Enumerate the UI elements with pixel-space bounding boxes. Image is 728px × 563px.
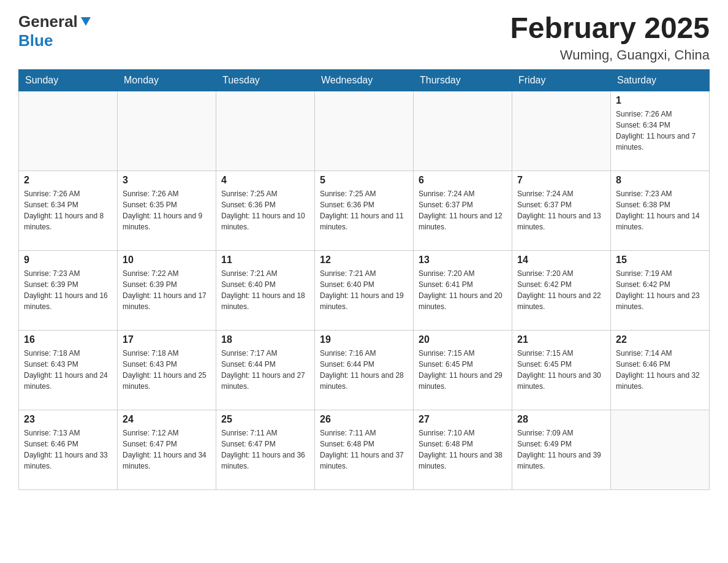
day-info: Sunrise: 7:23 AMSunset: 6:38 PMDaylight:… bbox=[616, 188, 704, 232]
day-info: Sunrise: 7:23 AMSunset: 6:39 PMDaylight:… bbox=[24, 268, 112, 312]
calendar-cell bbox=[118, 91, 216, 170]
calendar-cell: 14Sunrise: 7:20 AMSunset: 6:42 PMDayligh… bbox=[512, 250, 611, 330]
calendar-cell: 6Sunrise: 7:24 AMSunset: 6:37 PMDaylight… bbox=[414, 170, 512, 250]
day-number: 3 bbox=[123, 175, 211, 186]
calendar-cell bbox=[315, 91, 414, 170]
calendar-week-row: 9Sunrise: 7:23 AMSunset: 6:39 PMDaylight… bbox=[19, 250, 710, 330]
logo-general-text: General bbox=[18, 12, 78, 31]
calendar-cell: 21Sunrise: 7:15 AMSunset: 6:45 PMDayligh… bbox=[512, 330, 611, 410]
day-info: Sunrise: 7:19 AMSunset: 6:42 PMDaylight:… bbox=[616, 268, 704, 312]
calendar-cell bbox=[19, 91, 118, 170]
day-info: Sunrise: 7:24 AMSunset: 6:37 PMDaylight:… bbox=[517, 188, 605, 232]
day-number: 12 bbox=[320, 255, 408, 266]
day-number: 10 bbox=[123, 255, 211, 266]
calendar-cell bbox=[512, 91, 611, 170]
calendar-cell: 13Sunrise: 7:20 AMSunset: 6:41 PMDayligh… bbox=[414, 250, 512, 330]
day-info: Sunrise: 7:14 AMSunset: 6:46 PMDaylight:… bbox=[616, 348, 704, 392]
day-number: 1 bbox=[616, 95, 704, 106]
location-title: Wuming, Guangxi, China bbox=[510, 47, 710, 63]
calendar-cell bbox=[611, 410, 710, 489]
day-info: Sunrise: 7:13 AMSunset: 6:46 PMDaylight:… bbox=[24, 427, 112, 472]
calendar-cell: 28Sunrise: 7:09 AMSunset: 6:49 PMDayligh… bbox=[512, 410, 611, 489]
day-number: 14 bbox=[517, 255, 605, 266]
calendar-cell: 1Sunrise: 7:26 AMSunset: 6:34 PMDaylight… bbox=[611, 91, 710, 170]
calendar-cell: 20Sunrise: 7:15 AMSunset: 6:45 PMDayligh… bbox=[414, 330, 512, 410]
day-number: 16 bbox=[24, 334, 112, 345]
day-info: Sunrise: 7:15 AMSunset: 6:45 PMDaylight:… bbox=[517, 348, 605, 392]
calendar-cell: 10Sunrise: 7:22 AMSunset: 6:39 PMDayligh… bbox=[118, 250, 216, 330]
day-number: 27 bbox=[419, 414, 507, 425]
calendar-week-row: 2Sunrise: 7:26 AMSunset: 6:34 PMDaylight… bbox=[19, 170, 710, 250]
calendar-week-row: 23Sunrise: 7:13 AMSunset: 6:46 PMDayligh… bbox=[19, 410, 710, 489]
calendar-cell: 8Sunrise: 7:23 AMSunset: 6:38 PMDaylight… bbox=[611, 170, 710, 250]
day-info: Sunrise: 7:20 AMSunset: 6:41 PMDaylight:… bbox=[419, 268, 507, 312]
day-number: 4 bbox=[221, 175, 309, 186]
day-info: Sunrise: 7:21 AMSunset: 6:40 PMDaylight:… bbox=[221, 268, 309, 312]
day-number: 13 bbox=[419, 255, 507, 266]
day-number: 11 bbox=[221, 255, 309, 266]
calendar-cell: 4Sunrise: 7:25 AMSunset: 6:36 PMDaylight… bbox=[216, 170, 315, 250]
day-info: Sunrise: 7:11 AMSunset: 6:47 PMDaylight:… bbox=[221, 427, 309, 472]
day-info: Sunrise: 7:18 AMSunset: 6:43 PMDaylight:… bbox=[123, 348, 211, 392]
calendar-cell bbox=[216, 91, 315, 170]
month-title: February 2025 bbox=[510, 12, 710, 45]
day-header-tuesday: Tuesday bbox=[216, 69, 315, 91]
day-number: 28 bbox=[517, 414, 605, 425]
day-number: 20 bbox=[419, 334, 507, 345]
day-info: Sunrise: 7:10 AMSunset: 6:48 PMDaylight:… bbox=[419, 427, 507, 472]
header: General Blue February 2025 Wuming, Guang… bbox=[18, 12, 710, 63]
day-info: Sunrise: 7:12 AMSunset: 6:47 PMDaylight:… bbox=[123, 427, 211, 472]
day-header-saturday: Saturday bbox=[611, 69, 710, 91]
calendar-week-row: 1Sunrise: 7:26 AMSunset: 6:34 PMDaylight… bbox=[19, 91, 710, 170]
day-number: 18 bbox=[221, 334, 309, 345]
logo-area: General Blue bbox=[18, 12, 91, 50]
calendar-week-row: 16Sunrise: 7:18 AMSunset: 6:43 PMDayligh… bbox=[19, 330, 710, 410]
calendar-cell: 2Sunrise: 7:26 AMSunset: 6:34 PMDaylight… bbox=[19, 170, 118, 250]
calendar-cell: 23Sunrise: 7:13 AMSunset: 6:46 PMDayligh… bbox=[19, 410, 118, 489]
day-info: Sunrise: 7:18 AMSunset: 6:43 PMDaylight:… bbox=[24, 348, 112, 392]
day-info: Sunrise: 7:25 AMSunset: 6:36 PMDaylight:… bbox=[320, 188, 408, 232]
day-info: Sunrise: 7:09 AMSunset: 6:49 PMDaylight:… bbox=[517, 427, 605, 472]
day-header-friday: Friday bbox=[512, 69, 611, 91]
day-info: Sunrise: 7:17 AMSunset: 6:44 PMDaylight:… bbox=[221, 348, 309, 392]
day-number: 25 bbox=[221, 414, 309, 425]
day-info: Sunrise: 7:15 AMSunset: 6:45 PMDaylight:… bbox=[419, 348, 507, 392]
day-number: 9 bbox=[24, 255, 112, 266]
calendar-cell bbox=[414, 91, 512, 170]
day-number: 8 bbox=[616, 175, 704, 186]
day-header-sunday: Sunday bbox=[19, 69, 118, 91]
day-number: 17 bbox=[123, 334, 211, 345]
day-number: 19 bbox=[320, 334, 408, 345]
day-info: Sunrise: 7:26 AMSunset: 6:34 PMDaylight:… bbox=[616, 109, 704, 153]
calendar-cell: 15Sunrise: 7:19 AMSunset: 6:42 PMDayligh… bbox=[611, 250, 710, 330]
calendar-header-row: SundayMondayTuesdayWednesdayThursdayFrid… bbox=[19, 69, 710, 91]
day-info: Sunrise: 7:16 AMSunset: 6:44 PMDaylight:… bbox=[320, 348, 408, 392]
calendar-cell: 5Sunrise: 7:25 AMSunset: 6:36 PMDaylight… bbox=[315, 170, 414, 250]
title-area: February 2025 Wuming, Guangxi, China bbox=[510, 12, 710, 63]
calendar-cell: 18Sunrise: 7:17 AMSunset: 6:44 PMDayligh… bbox=[216, 330, 315, 410]
logo-blue-text: Blue bbox=[18, 31, 91, 50]
day-info: Sunrise: 7:24 AMSunset: 6:37 PMDaylight:… bbox=[419, 188, 507, 232]
day-info: Sunrise: 7:26 AMSunset: 6:35 PMDaylight:… bbox=[123, 188, 211, 232]
logo-arrow-icon bbox=[81, 17, 91, 26]
day-info: Sunrise: 7:22 AMSunset: 6:39 PMDaylight:… bbox=[123, 268, 211, 312]
day-number: 26 bbox=[320, 414, 408, 425]
day-info: Sunrise: 7:11 AMSunset: 6:48 PMDaylight:… bbox=[320, 427, 408, 472]
calendar-cell: 9Sunrise: 7:23 AMSunset: 6:39 PMDaylight… bbox=[19, 250, 118, 330]
calendar-cell: 16Sunrise: 7:18 AMSunset: 6:43 PMDayligh… bbox=[19, 330, 118, 410]
day-info: Sunrise: 7:25 AMSunset: 6:36 PMDaylight:… bbox=[221, 188, 309, 232]
calendar-cell: 27Sunrise: 7:10 AMSunset: 6:48 PMDayligh… bbox=[414, 410, 512, 489]
day-header-thursday: Thursday bbox=[414, 69, 512, 91]
day-info: Sunrise: 7:26 AMSunset: 6:34 PMDaylight:… bbox=[24, 188, 112, 232]
calendar-cell: 17Sunrise: 7:18 AMSunset: 6:43 PMDayligh… bbox=[118, 330, 216, 410]
day-number: 5 bbox=[320, 175, 408, 186]
day-info: Sunrise: 7:20 AMSunset: 6:42 PMDaylight:… bbox=[517, 268, 605, 312]
calendar-cell: 19Sunrise: 7:16 AMSunset: 6:44 PMDayligh… bbox=[315, 330, 414, 410]
day-info: Sunrise: 7:21 AMSunset: 6:40 PMDaylight:… bbox=[320, 268, 408, 312]
day-number: 6 bbox=[419, 175, 507, 186]
day-number: 7 bbox=[517, 175, 605, 186]
day-number: 22 bbox=[616, 334, 704, 345]
calendar-cell: 11Sunrise: 7:21 AMSunset: 6:40 PMDayligh… bbox=[216, 250, 315, 330]
calendar-cell: 25Sunrise: 7:11 AMSunset: 6:47 PMDayligh… bbox=[216, 410, 315, 489]
day-header-wednesday: Wednesday bbox=[315, 69, 414, 91]
